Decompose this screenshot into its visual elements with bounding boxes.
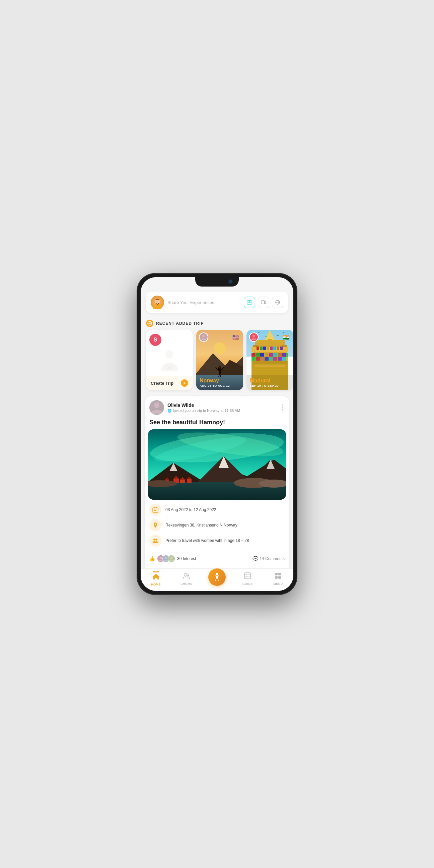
video-icon-btn[interactable] [258,297,269,308]
svg-rect-125 [275,573,278,576]
post-username: Olivia Wilde [167,403,277,408]
phone-inner: Share Your Experiences... [141,277,293,591]
svg-rect-97 [155,510,156,511]
svg-rect-95 [156,507,157,508]
svg-point-67 [253,335,256,338]
location-row: Rekesvingen 38, Kristiansund N Norway [149,519,285,531]
svg-rect-121 [244,573,251,579]
nav-center[interactable] [202,572,232,586]
nav-home[interactable]: HOME [141,571,171,586]
svg-rect-86 [187,479,192,483]
svg-rect-36 [260,353,264,356]
stats-right: 💬 14 Comments [253,556,285,561]
madurai-trip-card[interactable]: Madurai SEP 10 TO SEP 20 🇮🇳 [246,330,293,390]
post-stats: 👍 [145,552,289,565]
svg-rect-96 [154,510,155,511]
svg-rect-46 [265,357,269,361]
stats-left: 👍 [149,555,196,562]
svg-point-11 [168,366,171,369]
nav-center-btn[interactable] [208,568,226,586]
svg-rect-49 [278,357,281,361]
norway-trip-card[interactable]: Norway AUG 03 TO AUG 12 🇺🇸 [196,330,243,390]
home-active-bar [153,571,159,572]
svg-point-99 [154,538,155,540]
nav-menu[interactable]: MENU [263,572,293,586]
post-subtitle: 🌐 Invited you on trip to Norway at 11:58… [167,408,277,412]
norway-trip-dates: AUG 03 TO AUG 12 [200,384,240,388]
madurai-trip-dates: SEP 10 TO SEP 20 [250,384,290,388]
section-title: RECENT ADDED TRIP [156,321,204,326]
post-title: See the beautiful Hamnøy! [145,419,289,429]
nav-guide[interactable]: GUIDE [232,572,263,586]
guide-label: GUIDE [242,582,253,586]
svg-point-17 [214,342,226,354]
svg-point-106 [170,557,172,559]
svg-rect-126 [278,573,281,576]
svg-rect-37 [265,353,269,356]
svg-rect-43 [252,357,256,361]
trips-scroll[interactable]: S Create Trip [141,330,293,394]
svg-rect-42 [286,353,288,356]
guide-icon [244,572,251,581]
post-image [148,429,286,500]
share-bar: Share Your Experiences... [146,291,288,313]
svg-rect-57 [260,346,263,350]
post-user-avatar [149,400,164,415]
globe-section-icon [146,320,154,327]
madurai-flag: 🇮🇳 [281,333,291,342]
svg-rect-39 [273,353,277,356]
svg-rect-58 [263,346,266,350]
home-icon [153,573,160,582]
user-initial: S [149,334,161,346]
svg-rect-47 [269,357,273,361]
svg-rect-65 [268,339,272,342]
stat-avatar-3 [168,555,175,562]
svg-rect-34 [252,353,256,356]
svg-point-69 [154,403,159,408]
svg-rect-127 [275,576,278,579]
svg-rect-55 [258,342,281,347]
photo-icon-btn[interactable] [244,297,255,308]
svg-line-117 [216,578,216,581]
madurai-trip-name: Madurai [250,378,290,384]
create-trip-card[interactable]: S Create Trip [146,330,193,390]
norway-overlay: Norway AUG 03 TO AUG 12 [196,375,243,390]
create-trip-btn[interactable]: Create Trip + [146,376,193,390]
svg-rect-48 [273,357,277,361]
svg-rect-25 [219,366,221,368]
svg-point-4 [248,301,251,303]
screen[interactable]: Share Your Experiences... [141,277,293,591]
svg-rect-35 [256,353,260,356]
nav-chums[interactable]: CHUMS [171,572,202,586]
section-header: RECENT ADDED TRIP [141,316,293,330]
svg-rect-1 [154,304,161,309]
date-info-row: 03 Aug 2022 to 12 Aug 2022 [149,504,285,516]
svg-rect-5 [248,300,251,301]
post-info-section: 03 Aug 2022 to 12 Aug 2022 Rekesvingen 3… [145,500,289,552]
norway-user-avatar [199,333,208,342]
svg-point-104 [165,557,167,559]
svg-rect-128 [278,576,281,579]
svg-rect-59 [267,346,269,350]
location-icon [149,519,161,531]
svg-rect-38 [269,353,273,356]
svg-rect-50 [282,357,286,361]
notch [195,277,239,286]
thumb-icon: 👍 [149,556,155,561]
menu-label: MENU [273,582,283,586]
svg-rect-61 [273,346,276,350]
svg-rect-63 [280,346,282,350]
calendar-icon [149,504,161,516]
svg-rect-62 [277,346,279,350]
location-text: Rekesvingen 38, Kristiansund N Norway [165,523,237,527]
svg-rect-84 [180,479,185,483]
phone-frame: Share Your Experiences... [137,273,297,595]
people-icon [149,534,161,547]
invite-icon: 🌐 [167,409,171,412]
madurai-overlay: Madurai SEP 10 TO SEP 20 [246,375,293,390]
post-card: Olivia Wilde 🌐 Invited you on trip to No… [145,396,289,581]
post-menu-btn[interactable] [280,403,285,412]
svg-point-98 [155,524,156,525]
globe-icon-btn[interactable] [272,297,283,308]
home-label: HOME [151,583,161,586]
